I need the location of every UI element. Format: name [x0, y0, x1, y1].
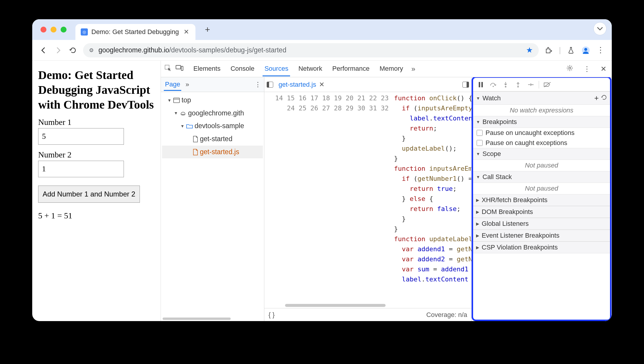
number1-label: Number 1 [38, 117, 156, 127]
toggle-nav-icon[interactable] [267, 82, 273, 88]
tree-html-label: get-started [200, 133, 232, 146]
svg-point-1 [584, 48, 587, 51]
step-over-icon[interactable] [489, 82, 497, 88]
watch-header[interactable]: ▼Watch + [473, 91, 610, 105]
watch-empty: No watch expressions [473, 105, 610, 116]
tab-performance[interactable]: Performance [331, 61, 371, 76]
svg-rect-9 [481, 82, 483, 87]
refresh-watch-icon[interactable] [601, 94, 607, 102]
pause-uncaught-row[interactable]: Pause on uncaught exceptions [473, 128, 610, 138]
devtools-body: Page » ⋮ ▼ top ▼ [161, 77, 612, 321]
new-tab-button[interactable]: + [201, 22, 214, 37]
tree-top[interactable]: ▼ top [162, 94, 263, 107]
global-listeners-header[interactable]: ▶Global Listeners [473, 218, 610, 230]
editor-footer: { } Coverage: n/a [264, 308, 471, 321]
page-heading: Demo: Get Started Debugging JavaScript w… [38, 68, 156, 112]
editor-pane: get-started.js ✕ 14 15 16 17 18 19 20 21… [264, 77, 472, 321]
coverage-text: Coverage: n/a [426, 311, 467, 319]
number1-input[interactable] [38, 128, 124, 145]
forward-button[interactable] [54, 46, 63, 55]
tab-elements[interactable]: Elements [192, 61, 222, 76]
tree-js-file[interactable]: ▼ get-started.js [162, 146, 263, 159]
svg-rect-8 [479, 82, 480, 87]
number2-input[interactable] [38, 161, 124, 177]
url-input[interactable]: ⚙ googlechrome.github.io/devtools-sample… [83, 43, 539, 57]
content-area: Demo: Get Started Debugging JavaScript w… [32, 61, 612, 321]
callstack-header[interactable]: ▼Call Stack [473, 171, 610, 183]
window-controls [41, 27, 67, 33]
pause-caught-checkbox[interactable] [477, 140, 483, 146]
dom-breakpoints-header[interactable]: ▶DOM Breakpoints [473, 206, 610, 218]
event-listener-breakpoints-header[interactable]: ▶Event Listener Breakpoints [473, 230, 610, 241]
debugger-pane: ▼Watch + No watch expressions ▼Breakpoin… [472, 77, 611, 321]
back-button[interactable] [39, 46, 48, 55]
reload-button[interactable] [68, 46, 78, 55]
inspect-icon[interactable] [164, 65, 171, 73]
svg-rect-4 [181, 66, 183, 70]
close-editor-tab-icon[interactable]: ✕ [319, 81, 324, 88]
svg-point-12 [517, 86, 519, 87]
experiments-flask-icon[interactable] [566, 46, 576, 54]
device-toggle-icon[interactable] [176, 65, 183, 73]
settings-gear-icon[interactable] [564, 63, 575, 75]
step-out-icon[interactable] [514, 81, 522, 88]
result-text: 5 + 1 = 51 [38, 211, 156, 220]
svg-point-5 [569, 67, 571, 69]
source-code: function onClick() { if (inputsAreEmpty(… [393, 92, 471, 304]
tab-memory[interactable]: Memory [378, 61, 405, 76]
site-info-icon[interactable]: ⚙ [89, 47, 94, 54]
tree-html-file[interactable]: ▼ get-started [162, 133, 263, 146]
toggle-debugger-icon[interactable] [462, 82, 469, 88]
profile-icon[interactable] [581, 46, 590, 54]
nav-more-icon[interactable]: » [185, 81, 189, 88]
number2-label: Number 2 [38, 150, 156, 160]
extensions-icon[interactable] [544, 46, 554, 54]
tab-network[interactable]: Network [297, 61, 324, 76]
editor-tabs: get-started.js ✕ [264, 77, 471, 92]
add-watch-icon[interactable]: + [594, 94, 599, 103]
devtools-menu-icon[interactable]: ⋮ [582, 64, 592, 74]
pause-caught-row[interactable]: Pause on caught exceptions [473, 138, 610, 148]
tab-sources[interactable]: Sources [263, 61, 290, 76]
nav-tab-page[interactable]: Page [164, 78, 181, 91]
breakpoints-header[interactable]: ▼Breakpoints [473, 116, 610, 128]
more-tabs-icon[interactable]: » [411, 65, 415, 73]
step-icon[interactable] [526, 82, 535, 87]
xhr-breakpoints-header[interactable]: ▶XHR/fetch Breakpoints [473, 194, 610, 206]
tab-console[interactable]: Console [229, 61, 256, 76]
tree-domain-label: googlechrome.gith [188, 107, 244, 120]
navigator-tabs: Page » ⋮ [161, 77, 264, 92]
nav-menu-icon[interactable]: ⋮ [255, 81, 261, 88]
pause-icon[interactable] [477, 82, 485, 88]
svg-rect-6 [174, 98, 179, 103]
bookmark-star-icon[interactable]: ★ [526, 46, 533, 55]
editor-scrollbar[interactable] [264, 304, 471, 308]
scope-header[interactable]: ▼Scope [473, 148, 610, 160]
file-tree: ▼ top ▼ googlechrome.gith ▼ devto [161, 92, 264, 160]
svg-point-10 [493, 86, 494, 87]
close-devtools-icon[interactable]: ✕ [599, 64, 608, 74]
tree-domain[interactable]: ▼ googlechrome.gith [162, 107, 263, 120]
tree-folder[interactable]: ▼ devtools-sample [162, 120, 263, 133]
nav-scrollbar[interactable] [161, 316, 264, 321]
minimize-window-icon[interactable] [51, 27, 56, 33]
csp-breakpoints-header[interactable]: ▶CSP Violation Breakpoints [473, 241, 610, 253]
svg-rect-3 [176, 65, 181, 69]
browser-tab[interactable]: ◎ Demo: Get Started Debugging ✕ [75, 24, 195, 40]
maximize-window-icon[interactable] [61, 27, 67, 33]
add-button[interactable]: Add Number 1 and Number 2 [38, 186, 140, 203]
code-editor[interactable]: 14 15 16 17 18 19 20 21 22 23 24 25 26 2… [264, 92, 471, 304]
editor-tab-getstarted[interactable]: get-started.js ✕ [277, 78, 326, 91]
close-tab-icon[interactable]: ✕ [182, 27, 190, 37]
pretty-print-icon[interactable]: { } [268, 311, 275, 319]
url-domain: googlechrome.github.io [98, 46, 169, 54]
devtools-top-bar: Elements Console Sources Network Perform… [161, 61, 612, 77]
pause-uncaught-checkbox[interactable] [477, 130, 483, 136]
step-into-icon[interactable] [501, 81, 510, 88]
tabs-dropdown-button[interactable] [593, 22, 606, 35]
tab-bar: ◎ Demo: Get Started Debugging ✕ + [32, 19, 612, 40]
chrome-menu-icon[interactable]: ⋮ [596, 46, 605, 55]
deactivate-breakpoints-icon[interactable] [543, 82, 551, 88]
favicon-icon: ◎ [81, 28, 88, 36]
close-window-icon[interactable] [41, 27, 46, 33]
